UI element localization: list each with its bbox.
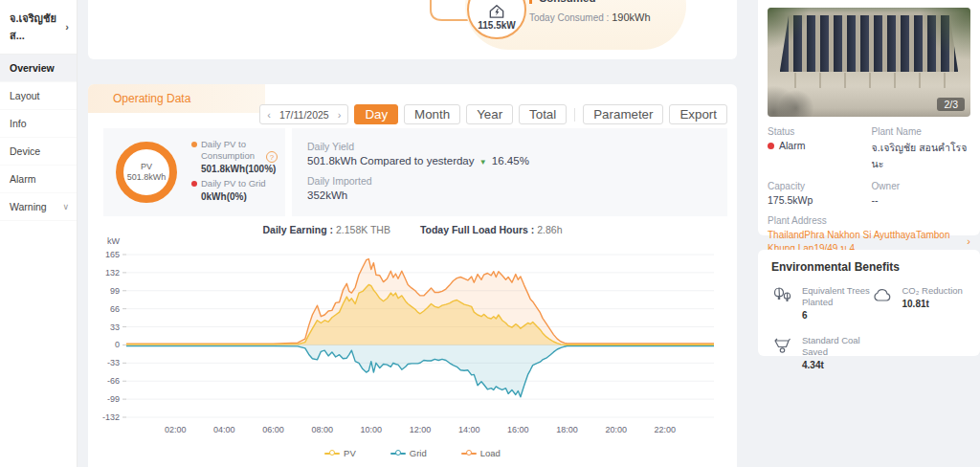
sidebar-item-layout[interactable]: Layout [0,82,77,110]
legend-item-grid[interactable]: Grid [390,448,427,458]
capacity-field: Capacity 175.5kWp [768,181,872,206]
svg-text:06:00: 06:00 [262,425,284,434]
svg-text:20:00: 20:00 [605,425,627,434]
sidebar-item-overview[interactable]: Overview [0,55,77,82]
export-button[interactable]: Export [669,104,727,124]
consumed-info: Consumed Today Consumed : 190kWh [529,0,651,23]
sidebar: จ.เจริญชัย ส... › Overview Layout Info D… [0,0,78,467]
svg-text:-33: -33 [107,358,120,367]
status-field: Status Alarm [768,126,872,172]
svg-text:0: 0 [115,340,120,349]
daily-yield-label: Daily Yield [307,141,727,152]
legend-label: Daily PV to Consumption [201,139,255,161]
legend-row-grid: Daily PV to Grid [191,178,285,189]
chevron-right-icon: › [65,21,69,33]
sidebar-item-warning[interactable]: Warning ∨ [0,193,77,221]
daily-yield-value: 501.8kWh Compared to yesterday ▼ 16.45% [307,155,727,167]
svg-text:16:00: 16:00 [507,425,529,434]
date-prev-button[interactable]: ‹ [267,109,271,121]
co2-cloud-icon [871,285,894,310]
legend-item-label: Load [480,448,501,458]
load-line-icon [461,450,477,457]
plant-photo[interactable]: 2/3 [768,8,970,117]
pv-line-icon [324,450,340,457]
svg-text:02:00: 02:00 [165,425,187,434]
full-load-hours-value: 2.86h [537,224,562,235]
parameter-button[interactable]: Parameter [583,104,663,124]
svg-text:132: 132 [105,268,120,278]
daily-imported-value: 352kWh [307,189,727,201]
plant-name-value: จ.เจริญชัย สอนคำโรจนะ [872,140,970,172]
status-value: Alarm [779,140,805,151]
sidebar-item-alarm[interactable]: Alarm [0,166,77,193]
legend-label: Daily PV to Grid [201,178,266,189]
daily-earning-value: 2.158K THB [336,224,390,235]
alarm-status-dot [768,143,774,149]
pv-distribution-legend: Daily PV to Consumption 501.8kWh(100%) D… [191,137,285,206]
plant-address-label: Plant Address [768,215,970,226]
legend-item-pv[interactable]: PV [324,448,356,458]
svg-text:12:00: 12:00 [410,425,432,434]
chevron-right-icon: › [967,234,970,249]
pv-donut: PV 501.8kWh [116,142,177,203]
svg-text:kW: kW [107,236,121,246]
date-value[interactable]: 17/11/2025 [279,109,329,121]
owner-label: Owner [872,181,970,191]
svg-text:04:00: 04:00 [213,425,235,434]
trees-icon [771,285,794,310]
date-navigator: ‹ 17/11/2025 › [259,104,348,124]
plant-name-field: Plant Name จ.เจริญชัย สอนคำโรจนะ [872,126,970,172]
range-day-button[interactable]: Day [354,104,398,124]
env-item-value: 4.34t [802,360,871,371]
owner-field: Owner -- [872,181,970,206]
range-month-button[interactable]: Month [404,104,460,124]
range-year-button[interactable]: Year [466,104,513,124]
env-item-trees: Equivalent Trees Planted 6 [771,285,871,322]
plant-name-label: Plant Name [872,126,970,137]
photo-counter-badge: 2/3 [937,98,965,111]
operating-data-card: Operating Data ‹ 17/11/2025 › Day Month … [88,84,737,467]
grid-line-icon [390,450,406,457]
sidebar-item-label: Info [10,118,27,129]
energy-flow-card: 115.5kW Consumed Today Consumed : 190kWh [88,0,737,59]
svg-text:22:00: 22:00 [655,425,677,434]
coal-cart-icon [771,335,794,360]
env-item-label: Equivalent Trees Planted [802,285,871,308]
tab-operating-data-label: Operating Data [113,92,190,105]
sidebar-item-label: Layout [10,90,40,101]
env-item-coal: Standard Coal Saved 4.34t [771,335,871,371]
compare-text: Compared to yesterday [360,155,475,167]
svg-text:165: 165 [105,250,120,259]
capacity-label: Capacity [768,181,872,191]
svg-text:66: 66 [110,304,120,314]
sidebar-item-label: Device [10,145,40,157]
power-chart-svg: 1651329966330-33-66-99-132kW02:0004:0006… [94,235,731,444]
svg-text:14:00: 14:00 [458,425,480,434]
compare-percent: 16.45% [492,155,529,167]
sidebar-item-label: Warning [10,201,47,212]
chevron-down-icon: ∨ [62,202,69,211]
range-total-button[interactable]: Total [519,104,567,124]
daily-yield-box: Daily Yield 501.8kWh Compared to yesterd… [292,128,727,216]
consumed-title: Consumed [529,0,651,4]
plant-info-card: 2/3 Status Alarm Plant Name จ.เจริญชัย ส… [758,0,980,235]
sidebar-item-info[interactable]: Info [0,110,77,138]
legend-item-label: PV [344,448,356,458]
capacity-value: 175.5kWp [768,194,872,206]
daily-earning-label: Daily Earning [263,224,327,235]
sidebar-plant-title[interactable]: จ.เจริญชัย ส... › [0,0,77,55]
pv-donut-title: PV [141,162,152,172]
environmental-benefits-title: Environmental Benefits [771,260,967,274]
environmental-benefits-card: Environmental Benefits Equivalent Trees … [758,250,980,356]
sidebar-item-device[interactable]: Device [0,138,77,166]
chart-controls: ‹ 17/11/2025 › Day Month Year Total Para… [259,104,727,124]
orange-dot-icon [191,142,197,147]
sidebar-item-label: Alarm [10,173,35,185]
date-next-button[interactable]: › [338,109,342,121]
tab-operating-data[interactable]: Operating Data [88,84,265,113]
svg-text:08:00: 08:00 [311,425,333,434]
env-item-label: CO₂ Reduction [902,285,962,297]
legend-item-load[interactable]: Load [461,448,501,458]
help-icon[interactable]: ? [266,151,278,163]
power-chart: 1651329966330-33-66-99-132kW02:0004:0006… [94,235,731,448]
